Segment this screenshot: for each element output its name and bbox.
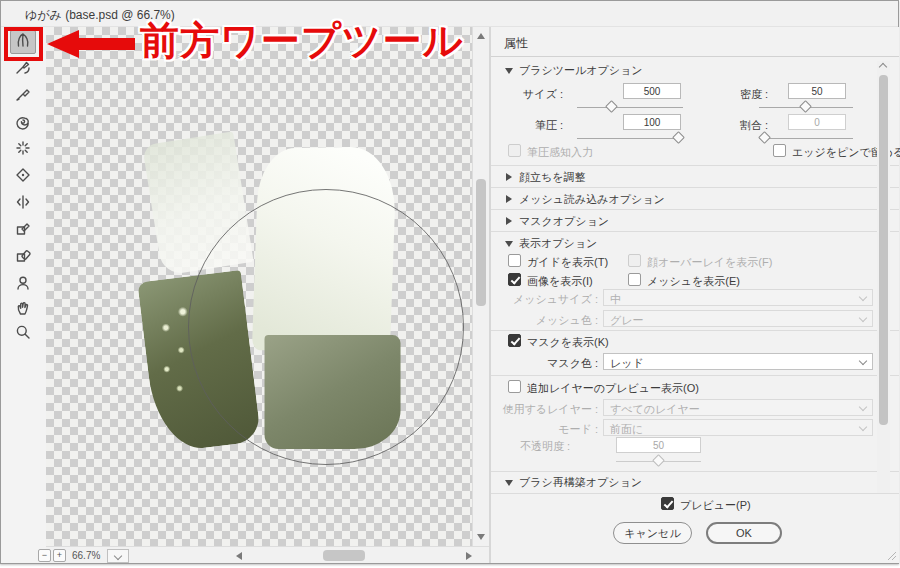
brush-density-slider-thumb[interactable]	[799, 100, 812, 113]
bloat-tool-button[interactable]	[10, 165, 36, 189]
expand-triangle-icon[interactable]	[506, 173, 512, 181]
collapse-triangle-icon[interactable]	[505, 241, 513, 247]
properties-header: 属性	[491, 27, 899, 57]
brush-size-input[interactable]	[623, 83, 681, 99]
smooth-tool-button[interactable]	[10, 84, 36, 108]
backdrop-opacity-label: 不透明度 :	[508, 439, 570, 454]
brush-options-section-label: ブラシツールオプション	[519, 63, 643, 78]
zoom-out-button[interactable]: −	[38, 549, 51, 562]
scroll-down-arrow-icon[interactable]	[477, 534, 485, 540]
use-layer-dropdown: すべてのレイヤー	[603, 399, 873, 416]
expand-triangle-icon[interactable]	[506, 217, 512, 225]
chevron-down-icon	[114, 552, 122, 560]
show-mesh-checkbox[interactable]	[628, 273, 641, 286]
show-image-checkbox[interactable]	[508, 273, 521, 286]
horizontal-scrollbar-thumb[interactable]	[323, 550, 365, 561]
panel-scrollbar-thumb[interactable]	[879, 75, 888, 425]
scroll-up-arrow-icon[interactable]	[477, 33, 485, 39]
show-mesh-label: メッシュを表示(E)	[647, 274, 740, 289]
mask-color-dropdown[interactable]: レッド	[603, 353, 873, 370]
chevron-down-icon	[859, 423, 867, 431]
twirl-clockwise-tool-button[interactable]	[10, 111, 36, 135]
zoom-level-dropdown[interactable]	[107, 549, 129, 563]
face-tool-button[interactable]	[10, 273, 36, 297]
liquify-canvas[interactable]	[46, 27, 472, 546]
brush-density-input[interactable]	[788, 83, 846, 99]
mesh-color-label: メッシュ色 :	[508, 313, 598, 328]
show-backdrop-checkbox[interactable]	[508, 380, 521, 393]
backdrop-mode-label: モード :	[508, 422, 598, 437]
collapse-triangle-icon[interactable]	[505, 480, 513, 486]
brush-size-slider[interactable]	[577, 107, 683, 108]
use-layer-label: 使用するレイヤー :	[498, 402, 598, 417]
show-mask-label: マスクを表示(K)	[527, 335, 609, 350]
chevron-down-icon	[859, 357, 867, 365]
show-guides-label: ガイドを表示(T)	[527, 255, 608, 270]
resize-grip[interactable]	[888, 552, 896, 560]
mesh-size-value: 中	[610, 292, 621, 307]
push-left-icon	[14, 193, 32, 215]
annotation-arrow-shaft	[75, 38, 135, 50]
panel-scrollbar	[877, 61, 890, 493]
zoom-in-button[interactable]: +	[53, 549, 66, 562]
canvas-vertical-scrollbar	[472, 27, 489, 546]
use-layer-value: すべてのレイヤー	[610, 402, 700, 417]
chevron-up-icon[interactable]	[879, 63, 887, 71]
mask-color-label: マスク色 :	[508, 356, 598, 371]
chevron-down-icon	[859, 293, 867, 301]
ok-button[interactable]: OK	[706, 522, 782, 544]
backdrop-opacity-input	[616, 437, 701, 453]
cancel-button[interactable]: キャンセル	[613, 522, 692, 544]
hand-tool-button[interactable]	[10, 298, 36, 322]
backdrop-opacity-slider	[616, 461, 701, 462]
zoom-tool-button[interactable]	[10, 322, 36, 346]
chevron-down-icon	[859, 314, 867, 322]
stylus-pressure-checkbox	[508, 144, 521, 157]
tool-bar	[1, 27, 46, 563]
show-image-label: 画像を表示(I)	[527, 274, 593, 289]
brush-pressure-label: 筆圧 :	[501, 118, 563, 133]
section-face-aware-label[interactable]: 顔立ちを調整	[519, 170, 586, 185]
brush-rate-slider[interactable]	[759, 138, 853, 139]
reconstruct-icon	[14, 58, 32, 80]
scroll-right-arrow-icon[interactable]	[466, 552, 472, 560]
mask-color-value: レッド	[610, 356, 644, 371]
brush-pressure-slider-thumb[interactable]	[672, 131, 685, 144]
section-load-mesh-label[interactable]: メッシュ読み込みオプション	[519, 192, 665, 207]
stylus-pressure-label: 筆圧感知入力	[527, 145, 593, 160]
collapse-triangle-icon[interactable]	[505, 68, 513, 74]
annotation-text: 前方ワープツール	[140, 14, 464, 68]
brush-rate-input	[788, 114, 846, 130]
backdrop-opacity-slider-thumb	[652, 454, 665, 467]
brush-density-label: 密度 :	[706, 87, 768, 102]
show-guides-checkbox[interactable]	[508, 254, 521, 267]
zoom-level-value: 66.7%	[72, 550, 100, 561]
chevron-down-icon	[859, 403, 867, 411]
brush-pressure-slider[interactable]	[577, 138, 683, 139]
brush-pressure-input[interactable]	[623, 114, 681, 130]
twirl-clockwise-icon	[14, 112, 32, 134]
thaw-mask-tool-button[interactable]	[10, 246, 36, 270]
canvas-bottom-strip: − + 66.7%	[46, 546, 489, 563]
show-face-overlay-label: 顔オーバーレイを表示(F)	[647, 255, 772, 270]
vertical-scrollbar-thumb[interactable]	[476, 179, 486, 306]
show-mask-checkbox[interactable]	[508, 334, 521, 347]
pucker-tool-button[interactable]	[10, 138, 36, 162]
bloat-icon	[14, 166, 32, 188]
preview-checkbox[interactable]	[661, 497, 674, 510]
smooth-icon	[14, 85, 32, 107]
brush-rate-label: 割合 :	[706, 118, 768, 133]
brush-density-slider[interactable]	[759, 107, 853, 108]
freeze-mask-tool-button[interactable]	[10, 219, 36, 243]
properties-title: 属性	[504, 35, 528, 52]
brush-size-label: サイズ :	[501, 87, 563, 102]
pin-edges-checkbox[interactable]	[773, 144, 786, 157]
face-icon	[14, 274, 32, 296]
push-left-tool-button[interactable]	[10, 192, 36, 216]
backdrop-mode-dropdown: 前面に	[603, 419, 873, 436]
brush-size-slider-thumb[interactable]	[605, 100, 618, 113]
scroll-left-arrow-icon[interactable]	[236, 552, 242, 560]
section-mask-options-label[interactable]: マスクオプション	[519, 214, 609, 229]
expand-triangle-icon[interactable]	[506, 195, 512, 203]
brush-rate-slider-thumb[interactable]	[758, 131, 771, 144]
